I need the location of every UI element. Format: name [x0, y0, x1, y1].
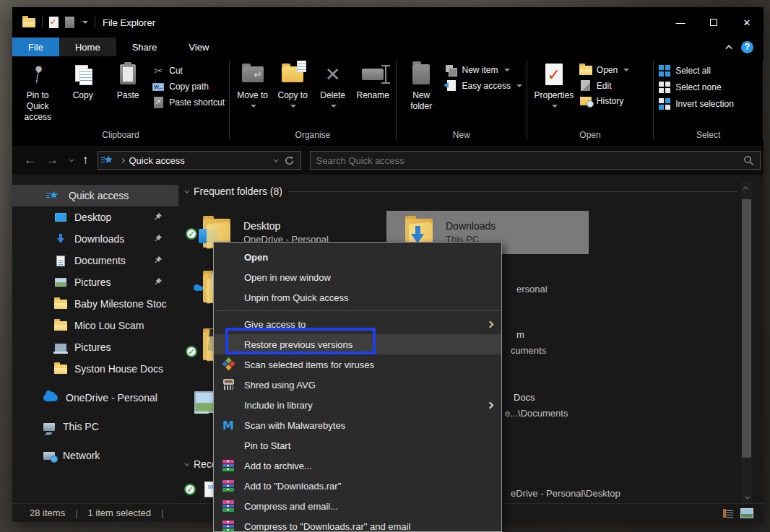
sidebar-item-quick-access[interactable]: Quick access	[12, 185, 178, 206]
menu-item-scan-with-malwarebytes[interactable]: M Scan with Malwarebytes	[214, 415, 501, 435]
address-dropdown-icon[interactable]	[273, 157, 278, 162]
synced-check-badge: ✓	[184, 484, 196, 495]
minimize-button[interactable]: —	[664, 7, 697, 38]
new-item-button[interactable]: New item	[445, 65, 522, 75]
search-input[interactable]	[316, 155, 744, 166]
sidebar-item-syston-house-docs[interactable]: Syston House Docs	[12, 358, 178, 380]
vertical-scrollbar[interactable]	[741, 182, 752, 503]
cut-button[interactable]: ✂ Cut	[152, 65, 225, 77]
maximize-icon	[710, 19, 717, 26]
forward-icon[interactable]: →	[46, 153, 59, 167]
customize-qat-icon[interactable]	[82, 21, 88, 24]
address-bar[interactable]: Quick access	[98, 151, 301, 170]
window-title: File Explorer	[103, 17, 155, 28]
onedrive-cloud-icon	[43, 394, 58, 401]
pin-to-quick-access-button[interactable]: 📍︎ Pin to Quick access	[17, 62, 59, 123]
ribbon-group-select: Select all Select none Invert selection …	[654, 56, 763, 146]
copy-button[interactable]: Copy	[61, 62, 103, 101]
menu-item-add-to-archive[interactable]: Add to archive...	[214, 455, 501, 476]
menu-item-open[interactable]: Open	[214, 247, 501, 267]
move-to-button[interactable]: ↵ Move to	[234, 62, 272, 108]
history-button[interactable]: History	[579, 96, 629, 106]
open-button[interactable]: Open	[579, 65, 629, 75]
menu-item-include-in-library[interactable]: Include in library	[214, 395, 501, 415]
search-box[interactable]	[310, 151, 761, 170]
copy-to-button[interactable]: Copy to	[274, 62, 311, 108]
delete-icon: ✕	[325, 63, 341, 87]
rename-button[interactable]: Rename	[354, 62, 392, 101]
sidebar-item-pictures-2[interactable]: Pictures	[12, 336, 178, 358]
scroll-up-icon[interactable]	[741, 182, 752, 193]
dropdown-caret	[552, 105, 558, 108]
help-icon[interactable]: ?	[741, 41, 753, 53]
sidebar-item-pictures[interactable]: Pictures	[12, 271, 178, 293]
copy-path-icon: W...	[152, 83, 164, 91]
new-item-icon	[446, 65, 457, 75]
history-icon	[580, 97, 592, 105]
details-view-button[interactable]	[722, 507, 735, 519]
back-icon[interactable]: ←	[24, 153, 36, 167]
tab-file[interactable]: File	[12, 38, 59, 56]
menu-item-pin-to-start[interactable]: Pin to Start	[214, 435, 501, 455]
dropdown-caret	[331, 105, 337, 108]
downloads-icon	[57, 234, 64, 244]
frequent-folders-header[interactable]: Frequent folders (8)	[184, 186, 737, 197]
refresh-icon[interactable]	[284, 155, 295, 166]
search-icon[interactable]	[743, 155, 754, 166]
maximize-button[interactable]	[697, 7, 730, 38]
menu-item-compress-to-downloads-rar-email[interactable]: Compress to "Downloads.rar" and email	[214, 516, 501, 532]
sidebar-item-onedrive[interactable]: OneDrive - Personal	[12, 387, 178, 409]
address-location[interactable]: Quick access	[129, 155, 268, 166]
menu-item-unpin-quick-access[interactable]: Unpin from Quick access	[214, 287, 501, 308]
invert-selection-button[interactable]: Invert selection	[658, 98, 734, 110]
navigation-bar: ← → ↑ Quick access	[12, 146, 763, 175]
menu-item-compress-and-email[interactable]: Compress and email...	[214, 496, 501, 516]
menu-item-shred-using-avg[interactable]: Shred using AVG	[214, 375, 501, 395]
easy-access-button[interactable]: Easy access	[445, 80, 522, 91]
menu-item-scan-for-viruses[interactable]: Scan selected items for viruses	[214, 354, 501, 375]
sidebar-item-downloads[interactable]: Downloads	[12, 228, 178, 250]
navigation-pane: Quick access Desktop Downloads Documents…	[12, 185, 178, 503]
sidebar-item-documents[interactable]: Documents	[12, 250, 178, 271]
winrar-icon	[222, 500, 234, 512]
properties-button[interactable]: Properties	[532, 62, 576, 108]
properties-qat-icon[interactable]	[49, 17, 59, 28]
new-folder-button[interactable]: New folder	[401, 62, 442, 112]
collapse-section-icon[interactable]	[184, 188, 189, 193]
sidebar-item-network[interactable]: Network	[12, 445, 178, 466]
sidebar-item-desktop[interactable]: Desktop	[12, 206, 178, 228]
sidebar-item-baby-milestone[interactable]: Baby Milestone Stoc	[12, 293, 178, 315]
select-none-button[interactable]: Select none	[658, 82, 734, 93]
tab-view[interactable]: View	[173, 38, 225, 56]
tile-fragment-text: e...\Documents	[505, 408, 568, 419]
recent-locations-icon[interactable]	[69, 157, 74, 162]
paste-icon	[120, 64, 136, 84]
dropdown-caret	[516, 84, 522, 87]
scrollbar-thumb[interactable]	[742, 199, 751, 458]
quick-access-star-icon	[49, 190, 61, 201]
tab-home[interactable]: Home	[59, 38, 116, 56]
sidebar-item-this-pc[interactable]: This PC	[12, 416, 178, 437]
breadcrumb-chevron-icon[interactable]	[119, 157, 124, 162]
select-all-button[interactable]: Select all	[658, 65, 734, 77]
edit-icon	[581, 80, 590, 91]
delete-button[interactable]: ✕ Delete	[314, 62, 352, 108]
menu-item-add-to-downloads-rar[interactable]: Add to "Downloads.rar"	[214, 476, 501, 496]
properties-icon	[545, 64, 563, 85]
paste-shortcut-button[interactable]: Paste shortcut	[152, 97, 225, 108]
folder-icon	[54, 365, 67, 374]
sidebar-item-mico-lou-scam[interactable]: Mico Lou Scam	[12, 315, 178, 336]
tab-share[interactable]: Share	[116, 38, 173, 56]
paste-button[interactable]: Paste	[107, 62, 149, 101]
new-folder-qat-icon[interactable]	[65, 17, 74, 28]
thumbnail-view-button[interactable]	[740, 507, 753, 519]
up-icon[interactable]: ↑	[82, 153, 89, 167]
menu-item-open-new-window[interactable]: Open in new window	[214, 267, 501, 287]
collapse-ribbon-icon[interactable]	[725, 44, 732, 51]
edit-button[interactable]: Edit	[579, 80, 629, 91]
copy-icon	[75, 65, 91, 84]
scroll-down-icon[interactable]	[741, 492, 752, 503]
copy-path-button[interactable]: W... Copy path	[152, 82, 225, 92]
close-button[interactable]: ✕	[730, 7, 763, 38]
collapse-section-icon[interactable]	[184, 461, 189, 466]
